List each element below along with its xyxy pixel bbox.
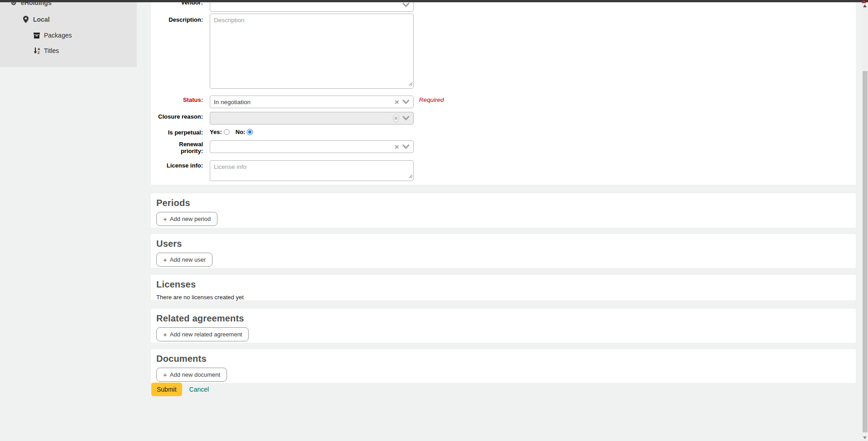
no-radio[interactable] — [247, 129, 253, 135]
sidebar-item-packages[interactable]: Packages — [33, 32, 72, 39]
chevron-down-icon — [402, 116, 410, 120]
is-perpetual-label: Is perpetual: — [151, 129, 203, 136]
sidebar-item-local[interactable]: Local — [22, 16, 50, 23]
archive-box-icon — [33, 33, 40, 38]
scrollbar-thumb[interactable] — [863, 71, 868, 432]
add-new-document-label: Add new document — [170, 371, 220, 378]
clear-icon[interactable]: × — [395, 98, 399, 106]
clear-icon[interactable]: × — [395, 143, 399, 151]
sidebar-item-titles[interactable]: A Z Titles — [33, 47, 59, 54]
is-perpetual-radios: Yes: No: — [210, 129, 257, 135]
section-licenses: Licenses There are no licenses created y… — [151, 275, 856, 300]
documents-title: Documents — [156, 354, 850, 364]
add-new-period-label: Add new period — [170, 216, 211, 222]
yes-label: Yes: — [210, 129, 222, 135]
chevron-down-icon[interactable] — [402, 3, 410, 7]
clear-icon: × — [393, 114, 399, 122]
scroll-up-arrow-icon[interactable] — [863, 5, 867, 7]
sidebar-item-label: Titles — [44, 47, 59, 54]
scroll-top-red-marker-icon — [862, 0, 866, 3]
add-new-user-button[interactable]: + Add new user — [156, 253, 212, 267]
section-periods: Periods + Add new period — [151, 193, 856, 228]
closure-reason-label: Closure reason: — [151, 113, 203, 120]
sidebar-item-label: Packages — [44, 32, 72, 39]
sort-alpha-icon: A Z — [33, 48, 40, 54]
license-info-label: License info: — [151, 162, 203, 169]
status-select-value: In negotiation — [214, 99, 395, 105]
plus-icon: + — [163, 331, 167, 338]
section-documents: Documents + Add new document — [151, 349, 856, 383]
add-new-document-button[interactable]: + Add new document — [156, 368, 227, 382]
closure-reason-select: × — [210, 112, 414, 125]
licenses-empty-text: There are no licenses created yet — [156, 294, 850, 301]
licenses-title: Licenses — [156, 279, 850, 290]
app-root: ⚙ eHoldings Local Packages A Z — [0, 0, 868, 441]
add-new-related-agreement-label: Add new related agreement — [170, 331, 242, 338]
add-new-period-button[interactable]: + Add new period — [156, 212, 217, 226]
status-label: Status: — [151, 96, 203, 103]
status-select[interactable]: In negotiation × — [210, 96, 414, 108]
section-related-agreements: Related agreements + Add new related agr… — [151, 309, 856, 343]
svg-text:Z: Z — [38, 51, 40, 54]
top-window-bar — [0, 0, 868, 2]
users-title: Users — [156, 239, 850, 249]
description-label: Description: — [151, 16, 203, 23]
map-pin-icon — [22, 16, 29, 23]
no-label: No: — [236, 129, 246, 135]
license-info-textarea[interactable] — [210, 160, 414, 181]
vertical-scrollbar[interactable] — [862, 2, 868, 441]
description-textarea[interactable] — [210, 14, 414, 89]
yes-radio[interactable] — [224, 129, 230, 135]
description-field-wrap — [210, 14, 414, 89]
related-agreements-title: Related agreements — [156, 313, 850, 324]
chevron-down-icon[interactable] — [402, 144, 410, 149]
plus-icon: + — [163, 216, 167, 222]
status-required-note: Required — [419, 96, 444, 103]
submit-button[interactable]: Submit — [151, 383, 182, 396]
sidebar-item-label: Local — [33, 16, 50, 23]
add-new-related-agreement-button[interactable]: + Add new related agreement — [156, 327, 249, 341]
plus-icon: + — [163, 371, 167, 378]
license-info-field-wrap — [210, 160, 414, 181]
plus-icon: + — [163, 256, 167, 263]
chevron-down-icon[interactable] — [402, 100, 410, 104]
scroll-down-arrow-icon[interactable] — [863, 436, 867, 439]
periods-title: Periods — [156, 198, 850, 208]
add-new-user-label: Add new user — [170, 256, 206, 263]
agreement-form-panel: Vendor: Description: Status: In negotiat… — [151, 2, 856, 185]
renewal-priority-select[interactable]: × — [210, 140, 414, 153]
form-actions: Submit Cancel — [151, 383, 209, 396]
section-users: Users + Add new user — [151, 234, 856, 268]
cancel-link[interactable]: Cancel — [189, 386, 209, 393]
renewal-priority-label: Renewal priority: — [175, 141, 203, 154]
sidebar: ⚙ eHoldings Local Packages A Z — [0, 2, 137, 67]
